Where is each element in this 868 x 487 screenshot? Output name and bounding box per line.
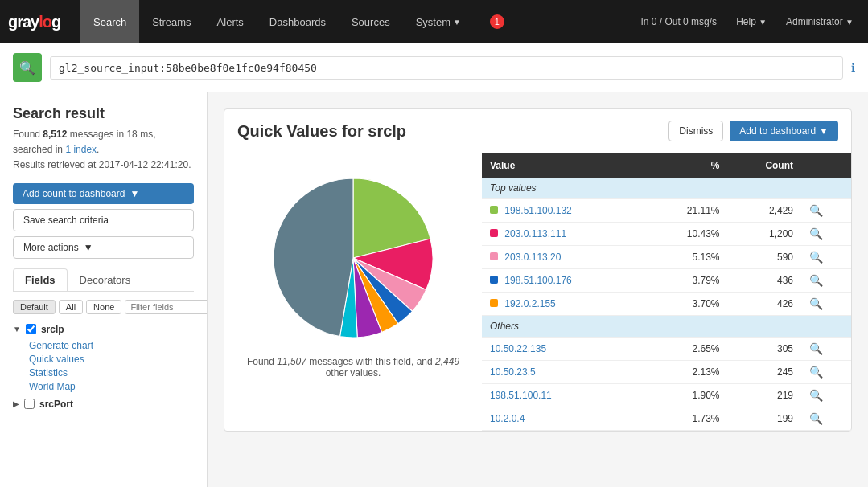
table-row: 198.51.100.11 1.90% 219 🔍 bbox=[482, 384, 851, 407]
zoom-icon[interactable]: 🔍 bbox=[809, 389, 823, 402]
field-srcport: ▶ srcPort bbox=[13, 397, 194, 411]
nav-admin[interactable]: Administrator ▼ bbox=[780, 16, 860, 27]
zoom-icon[interactable]: 🔍 bbox=[809, 366, 823, 379]
generate-chart-link[interactable]: Generate chart bbox=[29, 340, 194, 351]
field-srcport-checkbox[interactable] bbox=[24, 399, 35, 409]
nav-sources[interactable]: Sources bbox=[339, 0, 403, 43]
add-to-dashboard-button[interactable]: Add to dashboard ▼ bbox=[730, 121, 838, 141]
value-link[interactable]: 198.51.100.11 bbox=[490, 390, 552, 401]
zoom-icon[interactable]: 🔍 bbox=[809, 274, 823, 287]
value-link[interactable]: 198.51.100.176 bbox=[504, 275, 571, 286]
qv-table: Value % Count Top values 198.51.100.132 … bbox=[482, 153, 851, 431]
field-srcport-arrow-icon: ▶ bbox=[13, 399, 19, 408]
fields-tab-row: Fields Decorators bbox=[13, 268, 194, 292]
index-link[interactable]: 1 index bbox=[65, 144, 97, 155]
save-search-button[interactable]: Save search criteria bbox=[13, 209, 194, 231]
table-row: 203.0.113.20 5.13% 590 🔍 bbox=[482, 246, 851, 269]
zoom-icon[interactable]: 🔍 bbox=[809, 227, 823, 240]
world-map-link[interactable]: World Map bbox=[29, 381, 194, 392]
nav-help[interactable]: Help ▼ bbox=[730, 16, 773, 27]
search-bar: 🔍 ℹ bbox=[0, 43, 868, 92]
section-top-values: Top values bbox=[482, 178, 851, 199]
top-nav: graylog Search Streams Alerts Dashboards… bbox=[0, 0, 868, 43]
message-count: 8,512 bbox=[43, 129, 67, 140]
chart-container: Found 11,507 messages with this field, a… bbox=[224, 153, 482, 431]
qv-table-container[interactable]: Value % Count Top values 198.51.100.132 … bbox=[482, 153, 851, 431]
field-srclp: ▼ srclp Generate chart Quick values Stat… bbox=[13, 322, 194, 392]
table-row: 10.50.22.135 2.65% 305 🔍 bbox=[482, 338, 851, 361]
col-count: Count bbox=[728, 153, 802, 178]
color-dot bbox=[490, 252, 498, 260]
logo: graylog bbox=[8, 13, 72, 31]
value-link[interactable]: 203.0.113.111 bbox=[504, 228, 566, 239]
add-dashboard-arrow-icon: ▼ bbox=[819, 125, 829, 137]
tab-fields[interactable]: Fields bbox=[13, 268, 68, 291]
field-srclp-sub-items: Generate chart Quick values Statistics W… bbox=[13, 340, 194, 392]
zoom-icon[interactable]: 🔍 bbox=[809, 412, 823, 425]
nav-search[interactable]: Search bbox=[80, 0, 139, 43]
col-percent: % bbox=[646, 153, 728, 178]
section-others: Others bbox=[482, 316, 851, 338]
chart-other-values: 2,449 bbox=[435, 356, 459, 367]
statistics-link[interactable]: Statistics bbox=[29, 367, 194, 379]
more-actions-arrow-icon: ▼ bbox=[84, 242, 93, 253]
zoom-icon[interactable]: 🔍 bbox=[809, 204, 823, 217]
zoom-icon[interactable]: 🔍 bbox=[809, 251, 823, 264]
tab-decorators[interactable]: Decorators bbox=[68, 268, 143, 291]
panel-actions: Dismiss Add to dashboard ▼ bbox=[668, 121, 838, 141]
search-input[interactable] bbox=[50, 56, 843, 80]
color-dot bbox=[490, 206, 498, 214]
nav-streams[interactable]: Streams bbox=[139, 0, 204, 43]
nav-right: In 0 / Out 0 msg/s Help ▼ Administrator … bbox=[634, 16, 860, 27]
value-link[interactable]: 198.51.100.132 bbox=[504, 205, 571, 216]
info-icon[interactable]: ℹ bbox=[851, 61, 855, 74]
alert-badge: 1 bbox=[490, 14, 504, 29]
color-dot bbox=[490, 229, 498, 237]
field-filter-row: Default All None bbox=[13, 300, 194, 314]
main-layout: Search result Found 8,512 messages in 18… bbox=[0, 92, 868, 487]
quick-values-link[interactable]: Quick values bbox=[29, 354, 194, 365]
search-button[interactable]: 🔍 bbox=[13, 53, 42, 82]
table-row: 10.2.0.4 1.73% 199 🔍 bbox=[482, 407, 851, 431]
sidebar-actions: Add count to dashboard ▼ Save search cri… bbox=[13, 183, 194, 259]
value-link[interactable]: 192.0.2.155 bbox=[504, 298, 555, 309]
table-row: 198.51.100.176 3.79% 436 🔍 bbox=[482, 269, 851, 293]
field-srclp-header[interactable]: ▼ srclp bbox=[13, 322, 194, 337]
col-actions bbox=[801, 153, 851, 178]
panel-title: Quick Values for srclp bbox=[237, 122, 406, 141]
zoom-icon[interactable]: 🔍 bbox=[809, 342, 823, 355]
search-icon: 🔍 bbox=[19, 60, 35, 76]
dropdown-arrow-icon: ▼ bbox=[130, 188, 139, 199]
value-link[interactable]: 203.0.113.20 bbox=[504, 252, 561, 263]
field-srclp-checkbox[interactable] bbox=[26, 324, 36, 334]
add-count-dashboard-button[interactable]: Add count to dashboard ▼ bbox=[13, 183, 194, 204]
dismiss-button[interactable]: Dismiss bbox=[668, 121, 723, 141]
color-dot bbox=[490, 276, 498, 284]
panel-header: Quick Values for srclp Dismiss Add to da… bbox=[224, 109, 851, 153]
value-link[interactable]: 10.50.23.5 bbox=[490, 366, 536, 378]
field-srclp-arrow-icon: ▼ bbox=[13, 325, 21, 334]
field-srcport-label: srcPort bbox=[39, 399, 73, 410]
sidebar-title: Search result bbox=[13, 105, 194, 122]
color-dot bbox=[490, 299, 498, 307]
filter-all-button[interactable]: All bbox=[59, 300, 83, 314]
nav-alerts[interactable]: Alerts bbox=[204, 0, 257, 43]
table-row: 203.0.113.111 10.43% 1,200 🔍 bbox=[482, 223, 851, 246]
filter-fields-input[interactable] bbox=[125, 300, 208, 314]
nav-throughput: In 0 / Out 0 msg/s bbox=[634, 16, 723, 27]
nav-system[interactable]: System ▼ bbox=[403, 0, 474, 43]
value-link[interactable]: 10.50.22.135 bbox=[490, 343, 546, 354]
field-srcport-header[interactable]: ▶ srcPort bbox=[13, 397, 194, 411]
more-actions-button[interactable]: More actions ▼ bbox=[13, 236, 194, 259]
zoom-icon[interactable]: 🔍 bbox=[809, 297, 823, 310]
nav-items: Search Streams Alerts Dashboards Sources… bbox=[80, 0, 634, 43]
nav-alerts-badge[interactable]: 1 bbox=[474, 0, 517, 43]
main-content: Quick Values for srclp Dismiss Add to da… bbox=[208, 92, 868, 487]
filter-default-button[interactable]: Default bbox=[13, 300, 56, 314]
chart-table-layout: Found 11,507 messages with this field, a… bbox=[224, 153, 851, 431]
filter-none-button[interactable]: None bbox=[86, 300, 121, 314]
nav-dashboards[interactable]: Dashboards bbox=[257, 0, 339, 43]
table-row: 192.0.2.155 3.70% 426 🔍 bbox=[482, 293, 851, 316]
sidebar: Search result Found 8,512 messages in 18… bbox=[0, 92, 208, 487]
value-link[interactable]: 10.2.0.4 bbox=[490, 413, 525, 424]
